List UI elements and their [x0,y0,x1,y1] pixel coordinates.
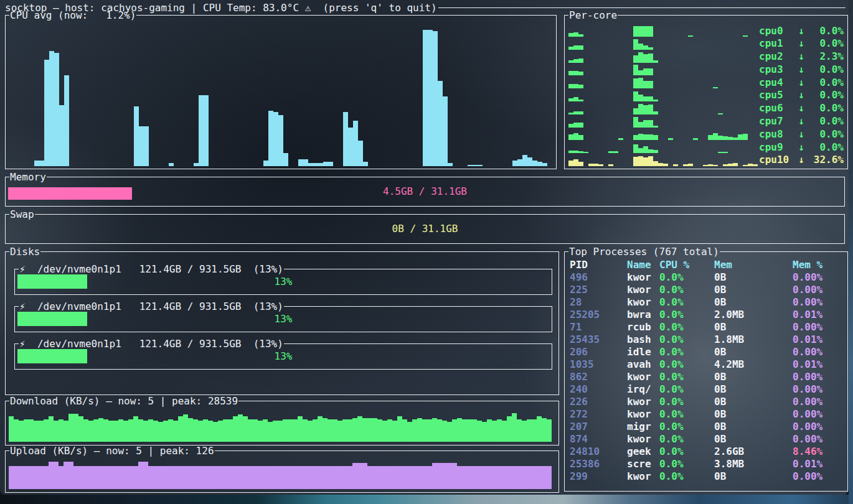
history-bar [653,150,658,153]
process-cell: 0B [714,296,793,309]
history-bar [193,466,198,489]
history-bar [588,164,593,166]
history-bar [703,165,708,166]
history-bar [648,134,653,140]
history-bar [298,416,303,442]
cpu-avg-chart [9,24,552,166]
terminal-window[interactable]: socktop — host: cachyos-gaming | CPU Tem… [0,0,849,496]
process-cell: 206 [570,346,627,358]
history-bar [288,466,293,489]
history-bar [88,466,93,489]
history-bar [568,71,573,75]
border-line [35,214,845,215]
history-bar [708,135,713,140]
history-bar [98,418,103,442]
down-arrow-icon: ↓ [795,128,808,140]
process-cell: 0.0% [659,358,714,371]
core-row-cpu0: cpu0↓0.0% [568,24,844,37]
process-cell: 0B [714,284,793,296]
history-bar [522,155,527,166]
process-cell: kwor [627,371,659,383]
swap-usage-label: 0B / 31.1GB [392,223,458,235]
history-bar [573,159,578,166]
disks-panel-header: Disks [5,245,559,258]
history-bar [447,422,452,442]
border-line [40,251,559,252]
memory-usage-label: 4.5GB / 31.1GB [383,185,467,197]
history-bar [332,466,337,489]
history-bar [59,466,64,489]
process-cell: 1035 [570,358,627,371]
process-cell: 0B [714,433,793,446]
history-bar [482,466,487,489]
process-cell: 0B [714,346,793,358]
process-cell: rcub [627,321,659,334]
history-bar [34,466,39,489]
process-cell: 0.00% [793,284,844,296]
history-bar [573,45,578,50]
history-bar [218,421,223,442]
history-bar [638,44,643,50]
process-cell: avah [627,358,659,371]
history-bar [653,126,658,128]
history-bar [522,421,527,442]
history-bar [643,26,648,37]
history-bar [573,151,578,153]
history-bar [527,419,532,442]
disk-box-header: ⚡ /dev/nvme0n1p1 121.4GB / 931.5GB (13%) [14,263,552,275]
history-bar [139,126,144,166]
history-bar [198,466,203,489]
history-bar [34,421,39,442]
history-bar [158,422,163,442]
process-cell: 240 [570,383,627,396]
history-bar [347,466,352,489]
process-cell: bwra [627,309,659,321]
history-bar [748,164,753,166]
history-bar [733,163,738,166]
process-cell: 0.01% [793,334,844,346]
history-bar [643,134,648,140]
history-bar [482,422,487,442]
history-bar [98,466,103,489]
history-bar [733,138,738,140]
process-cell: 0.01% [793,458,844,470]
core-spark-chart [568,141,759,153]
history-bar [643,120,648,128]
process-cell: 0.0% [659,371,714,383]
history-bar [648,26,653,37]
history-bar [39,466,44,489]
process-row: 25386scre0.0%3.8MB0.01% [570,458,844,470]
history-bar [618,138,623,140]
down-arrow-icon: ↓ [795,102,808,114]
process-cell: 862 [570,371,627,383]
history-bar [78,416,83,442]
history-bar [542,418,547,442]
history-bar [133,466,138,489]
history-bar [108,421,113,442]
core-name: cpu2 [759,50,795,62]
history-bar [547,466,552,489]
upload-chart [9,459,555,489]
history-bar [54,462,59,489]
core-label: cpu1↓0.0% [759,37,844,50]
history-bar [728,137,733,140]
process-cell: kwor [627,396,659,408]
history-bar [517,466,522,489]
process-table-header: PIDNameCPU %MemMem % [570,259,844,271]
core-val: 0.0% [808,37,844,49]
history-bar [158,466,163,489]
history-bar [573,133,578,140]
history-bar [382,466,387,489]
history-bar [387,466,392,489]
history-bar [713,87,718,88]
history-bar [392,466,397,489]
history-bar [138,419,143,442]
history-bar [467,466,472,489]
top-processes-title: Top Processes (767 total) [568,246,720,258]
history-bar [352,463,357,489]
history-bar [34,161,39,166]
history-bar [377,466,382,489]
process-cell: 207 [570,421,627,433]
history-bar [532,419,537,442]
history-bar [753,164,758,166]
